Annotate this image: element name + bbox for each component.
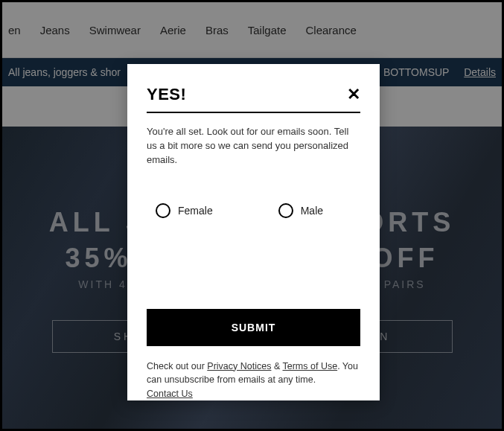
modal-body-text: You're all set. Look out for our emails … bbox=[147, 113, 360, 167]
radio-male[interactable]: Male bbox=[278, 203, 323, 218]
radio-female[interactable]: Female bbox=[156, 203, 213, 218]
radio-label: Male bbox=[301, 205, 323, 217]
radio-circle-icon bbox=[156, 203, 170, 218]
contact-link[interactable]: Contact Us bbox=[147, 389, 193, 399]
modal-title: YES! bbox=[147, 85, 186, 104]
radio-label: Female bbox=[178, 205, 213, 217]
submit-button[interactable]: SUBMIT bbox=[147, 309, 360, 346]
modal-footer: Check out our Privacy Notices & Terms of… bbox=[147, 360, 360, 401]
privacy-link[interactable]: Privacy Notices bbox=[207, 361, 271, 371]
signup-modal: YES! ✕ You're all set. Look out for our … bbox=[127, 64, 380, 400]
terms-link[interactable]: Terms of Use bbox=[283, 361, 338, 371]
close-icon[interactable]: ✕ bbox=[347, 86, 360, 103]
radio-circle-icon bbox=[278, 203, 293, 218]
